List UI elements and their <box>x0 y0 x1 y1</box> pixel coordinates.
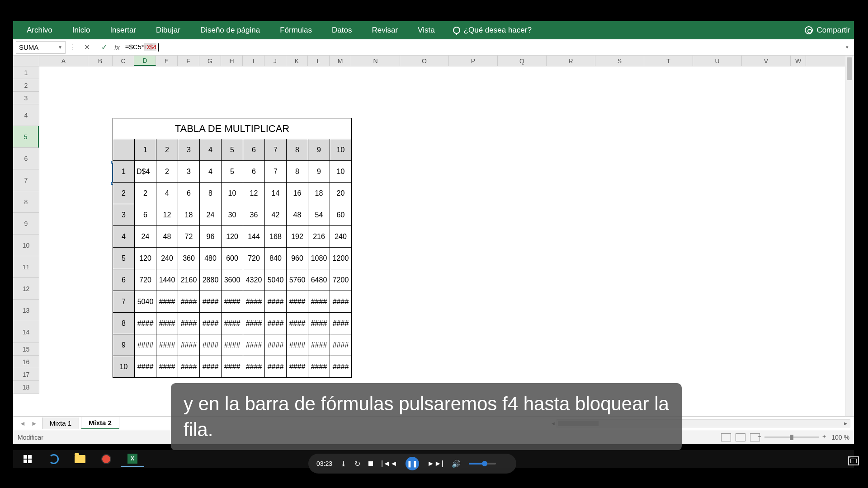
player-volume-slider[interactable] <box>469 463 496 465</box>
table-cell[interactable]: 5040 <box>265 269 287 291</box>
table-cell[interactable]: 720 <box>243 248 265 269</box>
table-cell[interactable]: 168 <box>265 226 287 248</box>
column-header[interactable]: C <box>113 56 134 66</box>
table-cell[interactable]: #### <box>222 291 243 313</box>
tab-diseno[interactable]: Diseño de página <box>190 21 270 39</box>
table-cell[interactable]: 1200 <box>330 248 352 269</box>
sheet-tab-mixta2[interactable]: Mixta 2 <box>81 417 119 429</box>
column-header[interactable]: A <box>39 56 88 66</box>
table-cell[interactable]: 54 <box>308 204 330 226</box>
table-cell[interactable]: #### <box>156 291 178 313</box>
table-cell[interactable]: #### <box>200 356 222 378</box>
table-cell[interactable]: 24 <box>200 204 222 226</box>
table-cell[interactable]: 9 <box>308 161 330 183</box>
table-cell[interactable]: #### <box>308 356 330 378</box>
row-header[interactable]: 12 <box>13 278 39 300</box>
sheet-nav-next[interactable]: ► <box>28 420 40 427</box>
table-cell[interactable]: 600 <box>222 248 243 269</box>
row-header[interactable]: 15 <box>13 343 39 356</box>
tab-revisar[interactable]: Revisar <box>362 21 408 39</box>
table-cell[interactable]: 16 <box>287 183 308 204</box>
table-cell[interactable]: 360 <box>178 248 200 269</box>
table-cell[interactable]: 60 <box>330 204 352 226</box>
table-cell[interactable]: #### <box>330 313 352 334</box>
table-cell[interactable]: 42 <box>265 204 287 226</box>
column-header[interactable]: H <box>221 56 243 66</box>
table-cell[interactable]: 144 <box>243 226 265 248</box>
table-cell[interactable]: 48 <box>287 204 308 226</box>
player-pause-button[interactable]: ❚❚ <box>406 457 419 470</box>
tab-insertar[interactable]: Insertar <box>100 21 146 39</box>
table-cell[interactable]: 72 <box>178 226 200 248</box>
row-header[interactable]: 9 <box>13 213 39 235</box>
table-cell[interactable]: 6 <box>135 204 156 226</box>
table-cell[interactable]: #### <box>178 313 200 334</box>
table-cell[interactable]: #### <box>287 334 308 356</box>
vertical-scrollbar[interactable]: ▼ <box>845 56 854 426</box>
table-cell[interactable]: 6 <box>178 183 200 204</box>
table-cell[interactable]: #### <box>287 291 308 313</box>
table-cell[interactable]: 10 <box>330 161 352 183</box>
column-header[interactable]: V <box>742 56 791 66</box>
table-cell[interactable]: 120 <box>222 226 243 248</box>
table-cell[interactable]: 96 <box>200 226 222 248</box>
table-cell[interactable]: #### <box>243 313 265 334</box>
table-cell[interactable]: #### <box>135 356 156 378</box>
table-cell[interactable]: #### <box>308 291 330 313</box>
sheet-tab-mixta1[interactable]: Mixta 1 <box>42 418 79 429</box>
table-cell[interactable]: #### <box>222 313 243 334</box>
row-header[interactable]: 14 <box>13 321 39 343</box>
column-header[interactable]: G <box>199 56 221 66</box>
table-cell[interactable]: 4 <box>200 161 222 183</box>
column-header[interactable]: L <box>308 56 330 66</box>
column-header[interactable]: S <box>595 56 644 66</box>
player-volume-icon[interactable]: 🔊 <box>452 460 461 468</box>
player-prev-button[interactable]: |◄◄ <box>381 460 397 468</box>
table-cell[interactable]: 30 <box>222 204 243 226</box>
column-header[interactable]: U <box>693 56 742 66</box>
player-next-button[interactable]: ►►| <box>427 460 443 468</box>
tab-formulas[interactable]: Fórmulas <box>270 21 322 39</box>
column-header[interactable]: W <box>791 56 806 66</box>
column-header[interactable]: I <box>243 56 264 66</box>
table-cell[interactable]: 840 <box>265 248 287 269</box>
table-cell[interactable]: 18 <box>178 204 200 226</box>
table-cell[interactable]: #### <box>135 313 156 334</box>
column-header[interactable]: B <box>88 56 113 66</box>
tab-archivo[interactable]: Archivo <box>17 21 62 39</box>
table-cell[interactable]: 3 <box>178 161 200 183</box>
row-header[interactable]: 11 <box>13 256 39 278</box>
table-cell[interactable]: 240 <box>330 226 352 248</box>
file-explorer-button[interactable] <box>68 451 92 467</box>
table-cell[interactable]: #### <box>200 334 222 356</box>
zoom-slider[interactable] <box>764 436 819 438</box>
chevron-down-icon[interactable]: ▼ <box>58 45 62 50</box>
column-header[interactable]: T <box>644 56 693 66</box>
table-cell[interactable]: #### <box>265 313 287 334</box>
table-cell[interactable]: 20 <box>330 183 352 204</box>
column-header[interactable]: Q <box>498 56 547 66</box>
column-header[interactable]: N <box>351 56 400 66</box>
table-cell[interactable]: 2 <box>156 161 178 183</box>
excel-button[interactable]: X <box>121 451 144 467</box>
table-cell[interactable]: #### <box>330 334 352 356</box>
column-header[interactable]: D <box>134 56 156 66</box>
table-cell[interactable]: #### <box>135 334 156 356</box>
table-cell[interactable]: 7200 <box>330 269 352 291</box>
table-cell[interactable]: #### <box>200 313 222 334</box>
row-header[interactable]: 2 <box>13 79 39 92</box>
row-header[interactable]: 10 <box>13 235 39 256</box>
tab-datos[interactable]: Datos <box>322 21 362 39</box>
formula-input[interactable]: =$C5*D$4 <box>123 42 840 52</box>
row-header[interactable]: 6 <box>13 148 39 169</box>
column-header[interactable]: F <box>178 56 199 66</box>
player-speed-button[interactable]: ⤓ <box>340 460 346 468</box>
table-cell[interactable]: #### <box>265 291 287 313</box>
table-cell[interactable]: #### <box>222 356 243 378</box>
table-cell[interactable]: 5040 <box>135 291 156 313</box>
table-cell[interactable]: 6 <box>243 161 265 183</box>
player-loop-button[interactable]: ↻ <box>354 460 360 468</box>
column-header[interactable]: J <box>264 56 286 66</box>
table-cell[interactable]: #### <box>178 334 200 356</box>
accept-formula-button[interactable]: ✓ <box>97 43 111 52</box>
